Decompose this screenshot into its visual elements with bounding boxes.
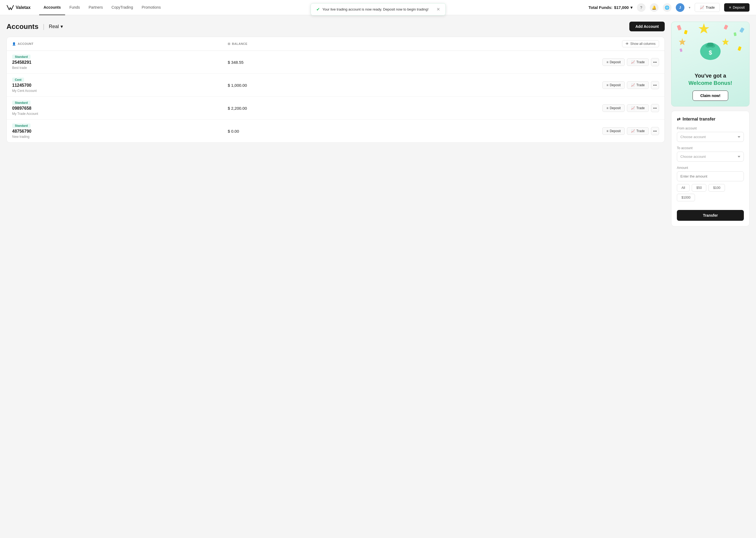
- more-options-button[interactable]: •••: [651, 58, 659, 66]
- account-info: Standard 48756790 New trading: [12, 124, 228, 138]
- account-name: New trading: [12, 135, 228, 138]
- nav-promotions[interactable]: Promotions: [137, 0, 165, 15]
- deposit-icon: ≡: [606, 129, 608, 133]
- left-panel: Accounts | Real ▾ Add Account 👤 ACCOUNT …: [7, 22, 665, 531]
- money-bag-icon: $: [697, 31, 724, 62]
- svg-rect-12: [707, 43, 714, 46]
- svg-rect-2: [724, 25, 728, 30]
- nav-partners[interactable]: Partners: [84, 0, 107, 15]
- svg-rect-3: [733, 32, 736, 36]
- toast-close-button[interactable]: ✕: [436, 7, 440, 12]
- deposit-icon: ≡: [606, 106, 608, 110]
- svg-marker-9: [679, 38, 686, 45]
- table-row: Standard 09897658 My Trade Account $ 2,2…: [7, 97, 664, 120]
- more-icon: •••: [653, 129, 657, 133]
- transfer-icon: ⇄: [677, 117, 680, 122]
- preset-100-button[interactable]: $100: [708, 184, 725, 191]
- accounts-table: 👤 ACCOUNT ⊟ BALANCE 👁 Show all columns S…: [7, 37, 665, 143]
- svg-rect-0: [677, 25, 681, 30]
- deposit-account-button[interactable]: ≡ Deposit: [602, 58, 625, 66]
- transfer-button[interactable]: Transfer: [677, 210, 744, 221]
- welcome-title: You've got a: [677, 73, 744, 79]
- to-account-select[interactable]: Choose account: [677, 152, 744, 162]
- account-name: My Trade Account: [12, 112, 228, 116]
- account-balance: $ 2,200.00: [228, 106, 443, 111]
- amount-group: Amount All $50 $100 $1000: [677, 166, 744, 201]
- from-account-label: From account: [677, 127, 744, 130]
- more-options-button[interactable]: •••: [651, 104, 659, 112]
- trade-icon: 📈: [631, 83, 635, 87]
- trade-icon: 📈: [631, 129, 635, 133]
- account-number: 11245700: [12, 83, 228, 88]
- row-actions: ≡ Deposit 📈 Trade •••: [602, 81, 659, 89]
- total-funds-value: $17,000: [614, 5, 629, 10]
- add-account-button[interactable]: Add Account: [629, 22, 665, 31]
- svg-rect-6: [738, 46, 742, 51]
- svg-text:$: $: [709, 49, 712, 56]
- trade-button[interactable]: 📈 Trade: [695, 3, 720, 12]
- svg-rect-4: [739, 27, 745, 33]
- more-icon: •••: [653, 60, 657, 64]
- deposit-icon: ≡: [729, 5, 731, 10]
- account-number: 48756790: [12, 129, 228, 134]
- trade-account-button[interactable]: 📈 Trade: [627, 104, 649, 112]
- nav-accounts[interactable]: Accounts: [39, 0, 65, 15]
- from-account-select[interactable]: Choose account: [677, 132, 744, 142]
- logo-text: Valetax: [16, 5, 30, 10]
- deposit-account-button[interactable]: ≡ Deposit: [602, 81, 625, 89]
- preset-50-button[interactable]: $50: [692, 184, 706, 191]
- toast-notification: ✔ Your live trading account is now ready…: [311, 3, 446, 15]
- deposit-account-button[interactable]: ≡ Deposit: [602, 104, 625, 112]
- person-icon: 👤: [12, 42, 16, 46]
- row-actions: ≡ Deposit 📈 Trade •••: [602, 104, 659, 112]
- account-column-header: 👤 ACCOUNT: [12, 42, 228, 46]
- deposit-icon: ≡: [606, 83, 608, 87]
- deposit-icon: ≡: [606, 60, 608, 64]
- trade-icon: 📈: [700, 5, 704, 10]
- preset-1000-button[interactable]: $1000: [677, 194, 695, 201]
- more-options-button[interactable]: •••: [651, 127, 659, 135]
- trade-account-button[interactable]: 📈 Trade: [627, 127, 649, 135]
- nav-funds[interactable]: Funds: [65, 0, 84, 15]
- account-type-selector[interactable]: Real ▾: [49, 24, 63, 29]
- language-button[interactable]: 🌐: [663, 3, 672, 12]
- deposit-button[interactable]: ≡ Deposit: [724, 3, 749, 12]
- total-funds[interactable]: Total Funds: $17,000 ▾: [588, 5, 632, 10]
- svg-rect-5: [680, 48, 682, 52]
- trade-icon: 📈: [631, 60, 635, 64]
- trade-account-button[interactable]: 📈 Trade: [627, 58, 649, 66]
- row-actions: ≡ Deposit 📈 Trade •••: [602, 58, 659, 66]
- to-account-group: To account Choose account: [677, 146, 744, 162]
- title-divider: |: [43, 23, 44, 30]
- more-options-button[interactable]: •••: [651, 81, 659, 89]
- internal-transfer-card: ⇄ Internal transfer From account Choose …: [671, 111, 749, 227]
- eye-icon: 👁: [626, 42, 629, 46]
- chevron-down-icon: ▾: [61, 24, 63, 29]
- deposit-account-button[interactable]: ≡ Deposit: [602, 127, 625, 135]
- more-icon: •••: [653, 106, 657, 110]
- account-name: My Cent Account: [12, 89, 228, 93]
- account-balance: $ 348.55: [228, 60, 443, 65]
- show-all-columns-button[interactable]: 👁 Show all columns: [622, 40, 659, 47]
- avatar[interactable]: J: [676, 3, 684, 12]
- check-icon: ✔: [316, 7, 320, 12]
- notifications-button[interactable]: 🔔: [650, 3, 659, 12]
- logo[interactable]: Valetax: [7, 5, 30, 10]
- trade-account-button[interactable]: 📈 Trade: [627, 81, 649, 89]
- table-header: 👤 ACCOUNT ⊟ BALANCE 👁 Show all columns: [7, 37, 664, 51]
- account-type-label: Real: [49, 24, 59, 29]
- claim-bonus-button[interactable]: Claim now!: [692, 90, 729, 101]
- toast-message: Your live trading account is now ready. …: [323, 7, 434, 11]
- help-button[interactable]: ?: [637, 3, 645, 12]
- welcome-text: You've got a Welcome Bonus! Claim now!: [672, 73, 749, 101]
- preset-all-button[interactable]: All: [677, 184, 689, 191]
- page-title-group: Accounts | Real ▾: [7, 23, 63, 31]
- account-balance: $ 0.00: [228, 129, 443, 134]
- logo-icon: [7, 5, 14, 10]
- header-right: Total Funds: $17,000 ▾ ? 🔔 🌐 J ▾ 📈 Trade…: [588, 3, 749, 12]
- amount-label: Amount: [677, 166, 744, 170]
- amount-input[interactable]: [677, 171, 744, 181]
- welcome-bonus-card: $ You've got a Welcome Bonus! Claim now!: [671, 22, 749, 106]
- nav-copytrading[interactable]: CopyTrading: [107, 0, 137, 15]
- page-header: Accounts | Real ▾ Add Account: [7, 22, 665, 31]
